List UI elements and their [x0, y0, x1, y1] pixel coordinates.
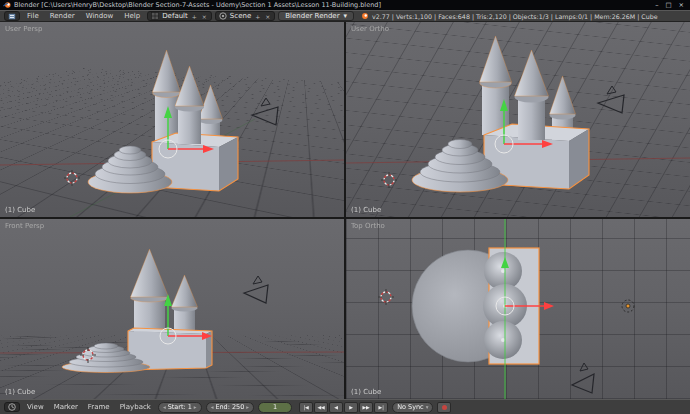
view-label: User Ortho [351, 25, 389, 33]
timeline-header: View Marker Frame Playback ◂ Start: 1 ▸ … [0, 399, 690, 414]
title-bar: Blender [C:\Users\HenryB\Desktop\Blender… [0, 0, 690, 10]
castle-model[interactable] [62, 249, 212, 373]
stats-text: v2.77 | Verts:1,100 | Faces:648 | Tris:2… [372, 13, 658, 20]
info-header: File Render Window Help Default + × Scen… [0, 10, 690, 22]
viewport-top-ortho[interactable]: Top Ortho (1) Cube [346, 219, 690, 399]
add-scene-button[interactable]: + [254, 13, 261, 20]
timeline-menu-marker[interactable]: Marker [51, 403, 81, 411]
increment-icon[interactable]: ▸ [246, 404, 249, 410]
3d-cursor[interactable] [381, 172, 397, 188]
screen-layout-icon [151, 12, 159, 20]
render-engine-dropdown[interactable]: Blender Render ▾ [278, 11, 354, 21]
play-button[interactable]: ▶ [344, 402, 358, 413]
camera-object[interactable] [598, 86, 624, 113]
start-frame-value: 1 [188, 403, 192, 411]
play-reverse-button[interactable]: ◀ [329, 402, 343, 413]
view-label: Front Persp [5, 222, 44, 230]
jump-to-end-button[interactable]: ▶| [374, 402, 388, 413]
close-button[interactable]: × [679, 1, 684, 9]
lamp-object[interactable] [622, 300, 634, 312]
timeline-editor-type-button[interactable] [4, 402, 20, 412]
timeline-menu-frame[interactable]: Frame [85, 403, 113, 411]
jump-prev-keyframe-button[interactable]: ◀◀ [314, 402, 328, 413]
castle-model[interactable] [88, 50, 238, 193]
screen-layout-value: Default [162, 12, 188, 20]
scene-value: Scene [230, 12, 251, 20]
current-frame-field[interactable]: 1 [258, 402, 292, 413]
decrement-icon[interactable]: ◂ [163, 404, 166, 410]
decrement-icon[interactable]: ◂ [211, 404, 214, 410]
end-frame-value: 250 [232, 403, 244, 411]
3d-cursor[interactable] [64, 170, 80, 186]
record-icon [442, 405, 447, 410]
menu-file[interactable]: File [23, 12, 43, 20]
blender-version-icon [361, 12, 369, 20]
sync-dropdown[interactable]: No Sync ▾ [392, 402, 433, 413]
current-frame-value: 1 [273, 403, 277, 411]
increment-icon[interactable]: ▸ [194, 404, 197, 410]
menu-help[interactable]: Help [120, 12, 144, 20]
clock-icon [8, 403, 16, 411]
viewport-front-persp[interactable]: Front Persp (1) Cube [0, 219, 344, 399]
quad-view-area: User Persp (1) Cube [0, 22, 690, 399]
record-button[interactable] [437, 402, 451, 413]
scene-selector[interactable]: Scene + × [215, 11, 275, 21]
end-frame-field[interactable]: ◂ End: 250 ▸ [206, 402, 255, 413]
maximize-button[interactable]: □ [665, 1, 671, 9]
active-object-label: (1) Cube [351, 388, 381, 396]
minimize-button[interactable]: – [655, 1, 658, 9]
camera-object[interactable] [572, 363, 594, 393]
viewport-user-persp[interactable]: User Persp (1) Cube [0, 22, 344, 217]
screen-layout-selector[interactable]: Default + × [147, 11, 212, 21]
active-object-label: (1) Cube [5, 388, 35, 396]
camera-object[interactable] [244, 276, 268, 303]
editor-type-button[interactable] [4, 11, 20, 21]
camera-object[interactable] [252, 98, 278, 125]
castle-model[interactable] [412, 36, 589, 192]
scene-statistics: v2.77 | Verts:1,100 | Faces:648 | Tris:2… [361, 12, 658, 20]
jump-next-keyframe-button[interactable]: ▶▶ [359, 402, 373, 413]
chevron-down-icon: ▾ [426, 404, 429, 410]
render-engine-value: Blender Render [285, 12, 339, 20]
viewport-user-ortho[interactable]: User Ortho (1) Cube [346, 22, 690, 217]
playback-controls: |◀ ◀◀ ◀ ▶ ▶▶ ▶| [299, 402, 388, 413]
info-editor-icon [8, 13, 16, 20]
remove-layout-button[interactable]: × [201, 13, 208, 20]
start-frame-field[interactable]: ◂ Start: 1 ▸ [158, 402, 202, 413]
timeline-menu-view[interactable]: View [24, 403, 47, 411]
menu-render[interactable]: Render [46, 12, 79, 20]
active-object-label: (1) Cube [351, 206, 381, 214]
chevron-down-icon: ▾ [344, 12, 348, 20]
start-frame-label: Start: [168, 403, 186, 411]
timeline-menu-playback[interactable]: Playback [117, 403, 154, 411]
remove-scene-button[interactable]: × [264, 13, 271, 20]
blender-logo-icon [3, 1, 11, 9]
active-object-label: (1) Cube [5, 206, 35, 214]
add-layout-button[interactable]: + [191, 13, 198, 20]
scene-icon [219, 12, 227, 20]
jump-to-start-button[interactable]: |◀ [299, 402, 313, 413]
end-frame-label: End: [215, 403, 230, 411]
window-title: Blender [C:\Users\HenryB\Desktop\Blender… [14, 1, 652, 9]
3d-cursor[interactable] [378, 289, 394, 305]
sync-value: No Sync [397, 403, 424, 411]
view-label: Top Ortho [351, 222, 385, 230]
menu-window[interactable]: Window [82, 12, 118, 20]
view-label: User Persp [5, 25, 42, 33]
